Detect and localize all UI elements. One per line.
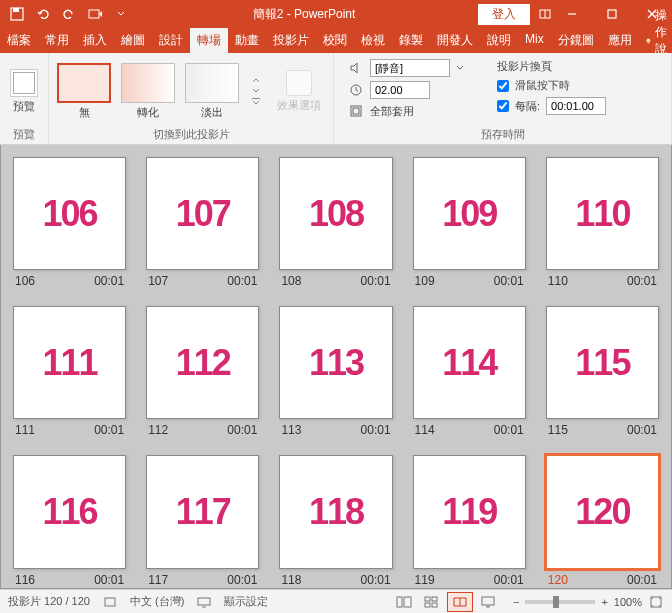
save-button[interactable] (6, 3, 28, 25)
slide-counter[interactable]: 投影片 120 / 120 (8, 594, 90, 609)
zoom-slider[interactable] (525, 600, 595, 604)
accessibility-icon[interactable] (102, 594, 118, 610)
transition-無[interactable]: 無 (55, 63, 113, 120)
slide-120[interactable]: 120 120 00:01 (546, 455, 659, 586)
maximize-button[interactable] (592, 0, 632, 28)
tab-檢視[interactable]: 檢視 (354, 28, 392, 53)
fit-to-window-button[interactable] (648, 594, 664, 610)
slide-number: 110 (548, 274, 568, 288)
slide-119[interactable]: 119 119 00:01 (413, 455, 526, 586)
tab-校閱[interactable]: 校閱 (316, 28, 354, 53)
slide-timing: 00:01 (494, 573, 524, 587)
normal-view-button[interactable] (391, 592, 417, 612)
slide-sorter-view-button[interactable] (419, 592, 445, 612)
slide-111[interactable]: 111 111 00:01 (13, 306, 126, 437)
tab-分鏡圖[interactable]: 分鏡圖 (551, 28, 601, 53)
slide-number: 107 (148, 274, 168, 288)
slideshow-view-button[interactable] (475, 592, 501, 612)
apply-all-icon (348, 103, 364, 119)
slide-sorter-area[interactable]: 106 106 00:01 107 107 00:01 108 108 00:0… (0, 145, 672, 589)
minimize-button[interactable] (552, 0, 592, 28)
slide-number: 117 (148, 573, 168, 587)
chevron-down-icon[interactable] (456, 64, 464, 72)
duration-input[interactable] (370, 81, 430, 99)
slide-118[interactable]: 118 118 00:01 (279, 455, 392, 586)
sound-icon (348, 60, 364, 76)
slide-116[interactable]: 116 116 00:01 (13, 455, 126, 586)
slide-107[interactable]: 107 107 00:01 (146, 157, 259, 288)
transition-轉化[interactable]: 轉化 (119, 63, 177, 120)
svg-point-8 (646, 38, 650, 42)
slide-115[interactable]: 115 115 00:01 (546, 306, 659, 437)
tab-設計[interactable]: 設計 (152, 28, 190, 53)
view-buttons (391, 592, 501, 612)
tab-開發人[interactable]: 開發人 (430, 28, 480, 53)
slide-thumbnail: 110 (546, 157, 659, 270)
slide-meta: 113 00:01 (279, 419, 392, 437)
transition-label: 淡出 (201, 105, 223, 120)
slide-114[interactable]: 114 114 00:01 (413, 306, 526, 437)
ribbon-display-options-button[interactable] (538, 7, 552, 21)
tab-Mix[interactable]: Mix (518, 28, 551, 53)
preview-button[interactable]: 預覽 (6, 67, 42, 116)
slide-number: 119 (415, 573, 435, 587)
slide-meta: 112 00:01 (146, 419, 259, 437)
display-settings-icon (196, 594, 212, 610)
tab-錄製[interactable]: 錄製 (392, 28, 430, 53)
slide-109[interactable]: 109 109 00:01 (413, 157, 526, 288)
ribbon: 預覽 預覽 無轉化淡出 效果選項 切換到此投影片 (0, 53, 672, 145)
tab-動畫[interactable]: 動畫 (228, 28, 266, 53)
sound-dropdown[interactable] (370, 59, 450, 77)
zoom-control: − + 100% (513, 594, 664, 610)
tab-說明[interactable]: 說明 (480, 28, 518, 53)
tab-插入[interactable]: 插入 (76, 28, 114, 53)
slide-number: 116 (15, 573, 35, 587)
on-click-checkbox[interactable] (497, 80, 509, 92)
tab-投影片[interactable]: 投影片 (266, 28, 316, 53)
transition-淡出[interactable]: 淡出 (183, 63, 241, 120)
slide-timing: 00:01 (494, 423, 524, 437)
redo-button[interactable] (58, 3, 80, 25)
slide-110[interactable]: 110 110 00:01 (546, 157, 659, 288)
slide-timing: 00:01 (94, 274, 124, 288)
tab-轉場[interactable]: 轉場 (190, 28, 228, 53)
transitions-group-label: 切換到此投影片 (55, 125, 327, 142)
svg-rect-17 (397, 597, 402, 607)
tab-常用[interactable]: 常用 (38, 28, 76, 53)
transitions-gallery[interactable]: 無轉化淡出 (55, 63, 241, 120)
after-checkbox[interactable] (497, 100, 509, 112)
slide-meta: 106 00:01 (13, 270, 126, 288)
slide-meta: 120 00:01 (546, 569, 659, 587)
slide-113[interactable]: 113 113 00:01 (279, 306, 392, 437)
start-from-beginning-button[interactable] (84, 3, 106, 25)
zoom-in-button[interactable]: + (601, 596, 607, 608)
slide-timing: 00:01 (627, 573, 657, 587)
transitions-group: 無轉化淡出 效果選項 切換到此投影片 (49, 53, 334, 144)
tab-繪圖[interactable]: 繪圖 (114, 28, 152, 53)
svg-rect-23 (482, 597, 494, 605)
apply-all-button[interactable]: 全部套用 (370, 104, 414, 119)
effect-options-icon (286, 70, 312, 96)
sign-in-button[interactable]: 登入 (478, 4, 530, 25)
slide-number: 112 (148, 423, 168, 437)
slide-108[interactable]: 108 108 00:01 (279, 157, 392, 288)
undo-button[interactable] (32, 3, 54, 25)
on-click-label: 滑鼠按下時 (515, 78, 570, 93)
zoom-out-button[interactable]: − (513, 596, 519, 608)
tell-me-button[interactable]: 操作說明 (639, 28, 672, 53)
slide-117[interactable]: 117 117 00:01 (146, 455, 259, 586)
tab-檔案[interactable]: 檔案 (0, 28, 38, 53)
slide-meta: 117 00:01 (146, 569, 259, 587)
zoom-level[interactable]: 100% (614, 596, 642, 608)
qat-more-button[interactable] (110, 3, 132, 25)
gallery-more-button[interactable] (247, 77, 265, 105)
slide-112[interactable]: 112 112 00:01 (146, 306, 259, 437)
after-time-input[interactable] (546, 97, 606, 115)
tab-應用[interactable]: 應用 (601, 28, 639, 53)
slide-timing: 00:01 (94, 423, 124, 437)
language-indicator[interactable]: 中文 (台灣) (130, 594, 184, 609)
slide-106[interactable]: 106 106 00:01 (13, 157, 126, 288)
display-settings-button[interactable]: 顯示設定 (224, 594, 268, 609)
reading-view-button[interactable] (447, 592, 473, 612)
slide-number: 113 (281, 423, 301, 437)
